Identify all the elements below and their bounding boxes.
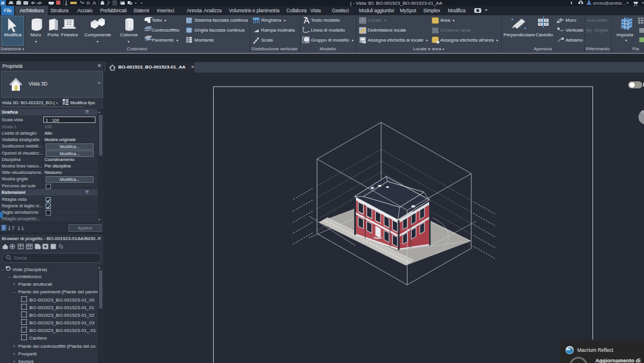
svg-text:Macrium Reflect: Macrium Reflect — [577, 347, 614, 353]
svg-text:R: R — [1, 1, 5, 6]
svg-text:A: A — [93, 0, 96, 6]
svg-text:R: R — [87, 1, 90, 6]
svg-text:ennio@ambie...: ennio@ambie... — [593, 1, 626, 6]
svg-text:Aggiornamento di: Aggiornamento di — [595, 358, 640, 363]
svg-text:( - Vista 3D: BO-001523_BO-001: ( - Vista 3D: BO-001523_BO-001523-01_AA — [350, 1, 443, 6]
